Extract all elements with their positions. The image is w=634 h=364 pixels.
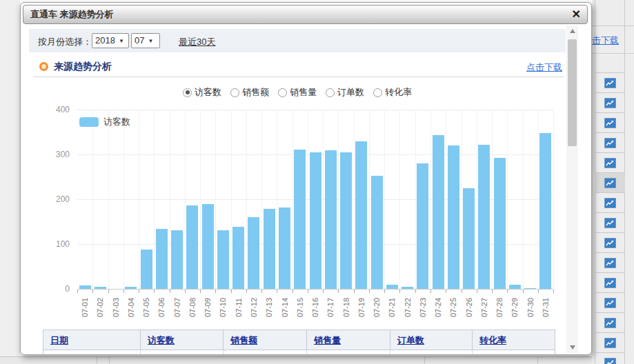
bar-07-01 (79, 285, 91, 289)
gridline (246, 110, 247, 289)
gridline (523, 110, 524, 289)
metric-radio-label: 访客数 (195, 86, 221, 99)
table-header-link[interactable]: 订单数 (397, 335, 424, 345)
x-axis-label: 07-18 (342, 296, 350, 319)
last-30-days-link[interactable]: 最近30天 (179, 36, 215, 48)
gridline (538, 110, 539, 289)
gridline (384, 110, 385, 289)
bar-07-24 (433, 135, 444, 289)
download-link[interactable]: 点击下载 (526, 61, 562, 74)
table-header-link[interactable]: 日期 (50, 335, 68, 345)
axis-tick (538, 290, 539, 293)
metric-radio-访客数[interactable]: 访客数 (183, 86, 221, 99)
gridline (231, 110, 232, 289)
trend-chart-icon[interactable] (604, 118, 616, 128)
axis-tick (338, 290, 339, 293)
metric-radio-销售量[interactable]: 销售量 (278, 86, 317, 99)
trend-chart-icon[interactable] (604, 158, 616, 168)
metric-radio-销售额[interactable]: 销售额 (230, 86, 269, 99)
dialog-title: 直通车 来源趋势分析 (30, 6, 114, 23)
chevron-down-icon: ▼ (148, 34, 153, 48)
table-header-cell: 访客数 (141, 330, 224, 350)
radio-icon[interactable] (373, 88, 382, 97)
metric-radio-label: 转化率 (385, 86, 412, 99)
x-axis-label: 07-24 (434, 296, 442, 319)
trend-chart-icon[interactable] (604, 318, 616, 328)
y-axis-label: 100 (42, 239, 70, 249)
gridline (261, 110, 262, 289)
gridline (293, 110, 293, 289)
scroll-down-arrow[interactable] (566, 342, 578, 353)
table-divider (424, 357, 425, 364)
axis-tick (200, 290, 201, 293)
radio-selected-icon[interactable] (183, 88, 192, 97)
background-table-row (595, 293, 625, 313)
trend-chart-icon[interactable] (604, 98, 616, 108)
y-axis-label: 300 (42, 150, 70, 159)
x-axis-label: 07-25 (449, 296, 457, 319)
background-table-row (595, 273, 625, 293)
radio-icon[interactable] (278, 88, 287, 97)
gridline (492, 110, 493, 289)
trend-chart-icon[interactable] (604, 278, 616, 288)
table-header-link[interactable]: 销售额 (230, 335, 257, 345)
background-table-row (595, 153, 625, 173)
x-axis-label: 07-16 (311, 296, 319, 319)
gridline (323, 110, 324, 289)
table-header-link[interactable]: 转化率 (479, 335, 506, 345)
trend-chart-icon[interactable] (604, 78, 616, 88)
table-cell (224, 350, 307, 355)
trend-chart-icon[interactable] (604, 238, 616, 248)
radio-icon[interactable] (326, 88, 335, 97)
background-left-strip (0, 0, 20, 364)
scroll-up-arrow[interactable] (566, 26, 578, 37)
gridline (462, 110, 462, 289)
trend-chart-icon[interactable] (604, 198, 616, 208)
year-select[interactable]: 2018▼ (92, 33, 129, 48)
table-divider (537, 357, 538, 364)
chart-legend: 访客数 (79, 116, 130, 128)
scrollbar-thumb[interactable] (568, 39, 577, 146)
table-header-link[interactable]: 销售量 (314, 335, 341, 345)
gridline (399, 110, 400, 289)
axis-tick (185, 290, 186, 293)
axis-tick (384, 290, 385, 293)
radio-icon[interactable] (230, 88, 239, 97)
month-select[interactable]: 07▼ (131, 33, 160, 48)
x-axis-label: 07-30 (526, 296, 535, 319)
axis-tick (507, 290, 508, 293)
x-axis-label: 07-12 (250, 296, 258, 319)
x-axis-label: 07-14 (281, 296, 289, 319)
bar-07-12 (248, 217, 259, 289)
axis-tick (215, 290, 216, 293)
x-axis-label: 07-11 (235, 296, 243, 319)
gridline (154, 110, 155, 289)
trend-chart-icon[interactable] (604, 338, 616, 348)
table-header-cell: 销售量 (307, 330, 390, 350)
x-axis-label: 07-26 (465, 296, 473, 319)
table-header-link[interactable]: 访客数 (148, 335, 175, 345)
trend-chart-icon[interactable] (604, 178, 616, 188)
bar-07-15 (294, 150, 306, 289)
x-axis-label: 07-07 (173, 296, 181, 319)
gridline (77, 110, 553, 110)
scrollbar[interactable] (566, 26, 578, 353)
trend-chart-icon[interactable] (604, 358, 616, 364)
trend-chart-icon[interactable] (604, 218, 616, 228)
axis-tick (462, 290, 462, 293)
axis-tick (492, 290, 493, 293)
close-icon[interactable]: ✕ (572, 8, 581, 21)
trend-chart-icon[interactable] (604, 298, 616, 308)
axis-tick (77, 290, 78, 293)
gridline (446, 110, 446, 289)
bar-07-09 (202, 204, 214, 289)
metric-radio-订单数[interactable]: 订单数 (326, 86, 364, 99)
bar-07-25 (448, 145, 459, 289)
table-divider (97, 357, 97, 364)
axis-tick (261, 290, 262, 293)
section-title: 来源趋势分析 (54, 61, 112, 73)
trend-chart-icon[interactable] (604, 138, 616, 148)
metric-radio-转化率[interactable]: 转化率 (373, 86, 412, 99)
dialog-titlebar[interactable]: 直通车 来源趋势分析 ✕ (23, 5, 588, 24)
trend-chart-icon[interactable] (604, 258, 616, 268)
